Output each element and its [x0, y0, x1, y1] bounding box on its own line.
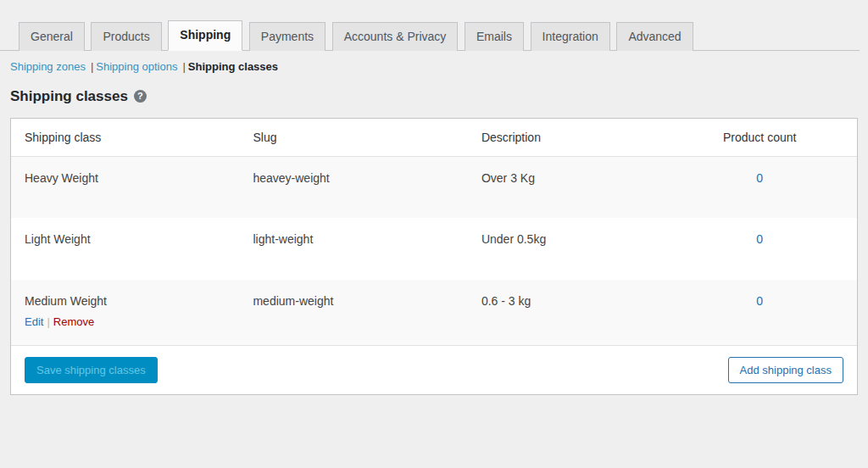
tab-integration[interactable]: Integration — [531, 22, 610, 51]
table-row-light-weight[interactable]: Light Weight light-weight Under 0.5kg 0 — [11, 218, 857, 280]
shipping-classes-table: Shipping class Slug Description Product … — [11, 119, 857, 346]
table-header-row: Shipping class Slug Description Product … — [11, 119, 857, 157]
remove-link[interactable]: Remove — [53, 315, 94, 328]
subnav-separator: | — [91, 60, 93, 73]
cell-product-count: 0 — [662, 218, 857, 280]
subnav-shipping-options[interactable]: Shipping options — [96, 60, 177, 73]
product-count-link[interactable]: 0 — [756, 232, 763, 246]
column-header-slug: Slug — [239, 119, 467, 157]
tab-payments[interactable]: Payments — [249, 22, 326, 51]
subnav-separator: | — [182, 60, 185, 73]
cell-shipping-class: Medium Weight Edit|Remove — [11, 280, 239, 345]
table-row-medium-weight[interactable]: Medium Weight Edit|Remove medium-weight … — [11, 280, 857, 345]
shipping-class-name: Medium Weight — [25, 294, 225, 308]
product-count-link[interactable]: 0 — [756, 171, 763, 185]
column-header-shipping-class: Shipping class — [11, 119, 239, 157]
help-icon[interactable]: ? — [134, 90, 147, 103]
column-header-description: Description — [468, 119, 663, 157]
tab-advanced[interactable]: Advanced — [616, 22, 693, 51]
cell-slug: medium-weight — [239, 280, 467, 345]
tab-emails[interactable]: Emails — [465, 22, 524, 51]
cell-shipping-class: Light Weight — [11, 218, 239, 280]
tab-products[interactable]: Products — [91, 22, 161, 51]
action-separator: | — [47, 315, 49, 328]
page-title: Shipping classes — [10, 88, 128, 105]
cell-description: Under 0.5kg — [468, 218, 663, 280]
edit-link[interactable]: Edit — [25, 315, 43, 328]
cell-product-count: 0 — [662, 280, 857, 345]
settings-tab-bar: General Products Shipping Payments Accou… — [0, 0, 860, 51]
add-shipping-class-button[interactable]: Add shipping class — [728, 357, 843, 383]
table-footer: Save shipping classes Add shipping class — [11, 345, 857, 394]
cell-slug: light-weight — [239, 218, 467, 280]
tab-general[interactable]: General — [19, 22, 85, 51]
cell-shipping-class: Heavy Weight — [11, 156, 239, 218]
table-row-heavy-weight[interactable]: Heavy Weight heavey-weight Over 3 Kg 0 — [11, 156, 857, 218]
column-header-product-count: Product count — [662, 119, 857, 157]
save-shipping-classes-button[interactable]: Save shipping classes — [25, 357, 158, 383]
subnav-shipping-classes-current: Shipping classes — [188, 60, 278, 73]
product-count-link[interactable]: 0 — [756, 294, 763, 308]
cell-description: 0.6 - 3 kg — [468, 280, 663, 345]
subnav-shipping-zones[interactable]: Shipping zones — [10, 60, 86, 73]
tab-accounts-privacy[interactable]: Accounts & Privacy — [332, 22, 459, 51]
cell-description: Over 3 Kg — [468, 156, 663, 218]
cell-product-count: 0 — [662, 156, 857, 218]
cell-slug: heavey-weight — [239, 156, 467, 218]
tab-shipping[interactable]: Shipping — [168, 20, 242, 51]
shipping-subnav: Shipping zones|Shipping options|Shipping… — [10, 60, 868, 73]
row-actions: Edit|Remove — [25, 315, 225, 328]
shipping-classes-table-container: Shipping class Slug Description Product … — [10, 118, 858, 396]
